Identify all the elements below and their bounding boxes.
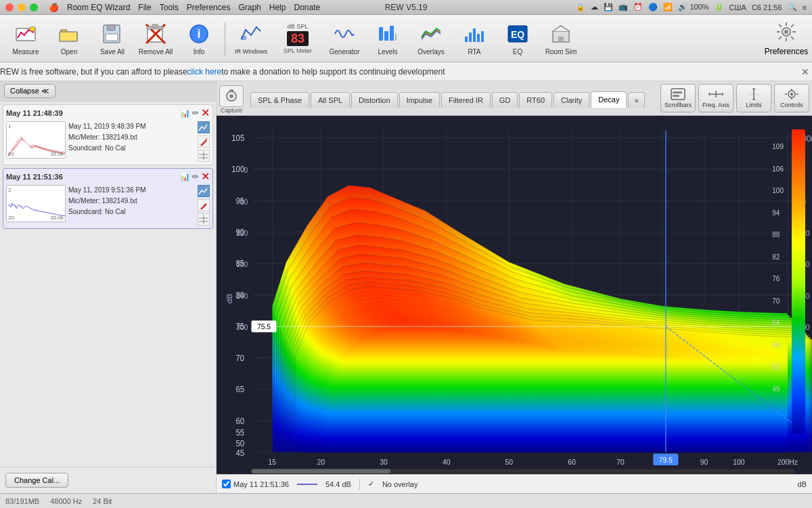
color-bar xyxy=(792,129,805,433)
scale-labels: 109 106 100 94 88 82 76 70 64 58 52 49 xyxy=(772,143,784,393)
menu-graph[interactable]: Graph xyxy=(238,3,261,12)
tab-distortion[interactable]: Distortion xyxy=(351,92,397,108)
tab-decay[interactable]: Decay xyxy=(591,91,627,108)
measurement-2-plot-icon[interactable] xyxy=(198,185,210,197)
svg-text:40: 40 xyxy=(443,458,451,466)
remove-all-icon xyxy=(143,22,168,46)
tab-filtered-ir[interactable]: Filtered IR xyxy=(441,92,491,108)
svg-line-34 xyxy=(791,37,794,39)
svg-text:105: 105 xyxy=(231,133,244,142)
svg-rect-22 xyxy=(481,31,484,42)
donate-link[interactable]: click here xyxy=(187,67,222,77)
change-cal-button[interactable]: Change Cal... xyxy=(5,473,68,488)
svg-point-53 xyxy=(229,94,233,98)
no-overlay-label: No overlay xyxy=(382,480,418,488)
remove-all-button[interactable]: Remove All xyxy=(135,18,176,59)
info-bar-close[interactable]: ✕ xyxy=(801,66,809,77)
maximize-button[interactable] xyxy=(30,3,38,12)
info-button[interactable]: i Info xyxy=(179,18,219,59)
rta-button[interactable]: RTA xyxy=(454,18,495,59)
svg-text:100: 100 xyxy=(733,458,744,466)
close-button[interactable] xyxy=(5,3,14,12)
measurement-1-close[interactable]: ✕ xyxy=(201,108,210,119)
apple-menu[interactable]: 🍎 xyxy=(49,3,59,12)
open-button[interactable]: Open xyxy=(49,18,89,59)
svg-point-67 xyxy=(790,93,793,96)
measurement-value: 54.4 dB xyxy=(325,480,351,488)
capture-button[interactable] xyxy=(219,85,244,107)
svg-text:EQ: EQ xyxy=(511,29,524,40)
measurement-1-pen-icon[interactable] xyxy=(198,135,210,148)
chart-container[interactable]: 300ms 0 60 120 180 240 300 0 60 120 180 … xyxy=(217,116,812,474)
overlays-button[interactable]: Overlays xyxy=(411,18,451,59)
collapse-button[interactable]: Collapse ≪ xyxy=(4,84,55,98)
svg-text:85: 85 xyxy=(236,259,245,268)
menu-file[interactable]: File xyxy=(138,3,151,12)
room-sim-icon xyxy=(549,22,573,46)
measurement-checkbox[interactable] xyxy=(222,480,231,488)
controls-button[interactable]: Controls xyxy=(774,84,809,112)
preferences-button[interactable]: Preferences xyxy=(766,18,807,59)
generator-button[interactable]: Generator xyxy=(324,18,365,59)
info-text2: to make a donation to help support its c… xyxy=(221,67,445,77)
measure-icon xyxy=(14,22,38,46)
measurement-2-pen-icon[interactable] xyxy=(198,199,210,211)
app-name[interactable]: Room EQ Wizard xyxy=(67,3,130,12)
measurement-2-export[interactable]: 📊 xyxy=(180,172,190,182)
eq-button[interactable]: EQ EQ xyxy=(497,18,538,59)
levels-button[interactable]: Levels xyxy=(367,18,408,59)
svg-point-28 xyxy=(784,30,788,34)
measure-button[interactable]: Measure xyxy=(5,18,46,59)
svg-rect-1 xyxy=(30,27,35,31)
controls-icon xyxy=(784,88,799,100)
tab-more[interactable]: » xyxy=(628,92,644,108)
svg-text:0: 0 xyxy=(244,166,248,174)
room-sim-button[interactable]: Room Sim xyxy=(541,18,581,59)
measurement-2-table-icon[interactable] xyxy=(198,213,210,226)
save-all-button[interactable]: Save All xyxy=(92,18,133,59)
measurement-1-edit[interactable]: ✏ xyxy=(192,108,199,118)
spl-meter-button[interactable]: dB SPL 83 SPL Meter xyxy=(274,18,321,59)
freq-axis-button[interactable]: Freq. Axis xyxy=(698,84,734,112)
db-unit-label: dB xyxy=(798,480,807,488)
tab-gd[interactable]: GD xyxy=(492,92,518,108)
spl-db-label: dB SPL xyxy=(288,23,309,30)
open-icon xyxy=(57,22,81,46)
measurement-2-edit[interactable]: ✏ xyxy=(192,172,199,182)
titlebar: 🍎 Room EQ Wizard File Tools Preferences … xyxy=(0,0,812,15)
menu-preferences[interactable]: Preferences xyxy=(187,3,231,12)
svg-rect-15 xyxy=(384,31,388,41)
measurement-1-export[interactable]: 📊 xyxy=(180,108,190,118)
tab-all-spl[interactable]: All SPL xyxy=(311,92,350,108)
scrollbars-button[interactable]: Scrollbars xyxy=(660,84,696,112)
tab-spl-phase[interactable]: SPL & Phase xyxy=(250,92,309,108)
measurement-2-close[interactable]: ✕ xyxy=(201,171,210,182)
measurement-2-header: May 11 21:51:36 📊 ✏ ✕ xyxy=(6,171,210,182)
svg-rect-19 xyxy=(469,33,472,42)
measurement-1-plot-icon[interactable] xyxy=(198,121,210,133)
svg-marker-60 xyxy=(708,92,710,96)
measurement-1-table-icon[interactable] xyxy=(198,150,210,162)
svg-text:95: 95 xyxy=(236,196,245,205)
svg-line-35 xyxy=(791,24,794,27)
tab-impulse[interactable]: Impulse xyxy=(399,92,441,108)
menu-donate[interactable]: Donate xyxy=(294,3,320,12)
tab-rt60[interactable]: RT60 xyxy=(519,92,552,108)
svg-text:15: 15 xyxy=(269,458,277,466)
limits-button[interactable]: Limits xyxy=(736,84,771,112)
menu-help[interactable]: Help xyxy=(269,3,286,12)
measurement-line xyxy=(297,484,317,485)
menu-tools[interactable]: Tools xyxy=(160,3,179,12)
measurement-checkbox-label[interactable]: May 11 21:51:36 xyxy=(222,480,289,488)
overlays-icon xyxy=(419,22,443,46)
svg-line-33 xyxy=(779,24,782,27)
window-controls[interactable] xyxy=(5,3,38,12)
svg-rect-21 xyxy=(477,34,480,42)
tab-clarity[interactable]: Clarity xyxy=(554,92,589,108)
ir-windows-button[interactable]: IR Windows xyxy=(231,18,271,59)
minimize-button[interactable] xyxy=(18,3,26,12)
levels-icon xyxy=(376,22,400,46)
spl-meter-label: SPL Meter xyxy=(284,47,312,54)
measurement-bar: May 11 21:51:36 54.4 dB ✓ No overlay dB xyxy=(217,474,812,493)
svg-rect-54 xyxy=(229,89,233,91)
